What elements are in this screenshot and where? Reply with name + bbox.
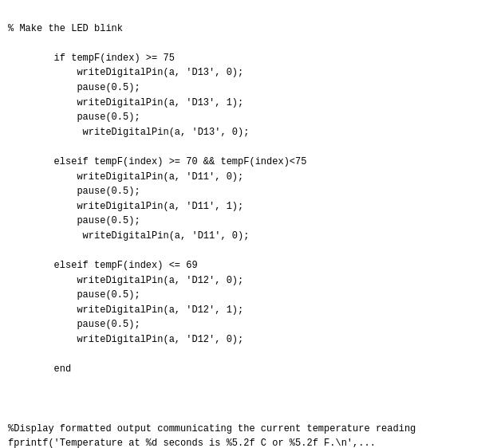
code-line: pause(0.5); (8, 184, 485, 199)
code-line: writeDigitalPin(a, 'D13', 1); (8, 96, 485, 111)
code-line: writeDigitalPin(a, 'D12', 0); (8, 273, 485, 289)
code-line: pause(0.5); (8, 81, 485, 96)
code-line (8, 36, 485, 51)
code-line: elseif tempF(index) <= 69 (8, 258, 485, 273)
code-line: writeDigitalPin(a, 'D12', 1); (8, 303, 485, 318)
code-line (8, 244, 485, 259)
code-line: writeDigitalPin(a, 'D11', 0); (8, 170, 485, 185)
code-line: writeDigitalPin(a, 'D13', 0); (8, 125, 485, 140)
code-line: pause(0.5); (8, 288, 485, 303)
code-line: pause(0.5); (8, 317, 485, 332)
code-line: pause(0.5); (8, 110, 485, 125)
code-line (8, 407, 485, 422)
code-line: writeDigitalPin(a, 'D13', 0); (8, 65, 485, 81)
code-line: %Display formatted output communicating … (8, 422, 485, 437)
code-line (8, 391, 485, 407)
code-editor: % Make the LED blink if tempF(index) >= … (0, 0, 493, 448)
code-line: fprintf('Temperature at %d seconds is %5… (8, 436, 485, 448)
code-line: writeDigitalPin(a, 'D11', 0); (8, 229, 485, 244)
code-line (8, 140, 485, 155)
code-line: writeDigitalPin(a, 'D11', 1); (8, 199, 485, 214)
code-line: writeDigitalPin(a, 'D12', 0); (8, 332, 485, 348)
code-line: if tempF(index) >= 75 (8, 51, 485, 66)
code-line: % Make the LED blink (8, 22, 485, 37)
code-line: pause(0.5); (8, 214, 485, 229)
code-line (8, 377, 485, 392)
code-line: elseif tempF(index) >= 70 && tempF(index… (8, 155, 485, 170)
code-line: end (8, 362, 485, 377)
code-line (8, 348, 485, 363)
